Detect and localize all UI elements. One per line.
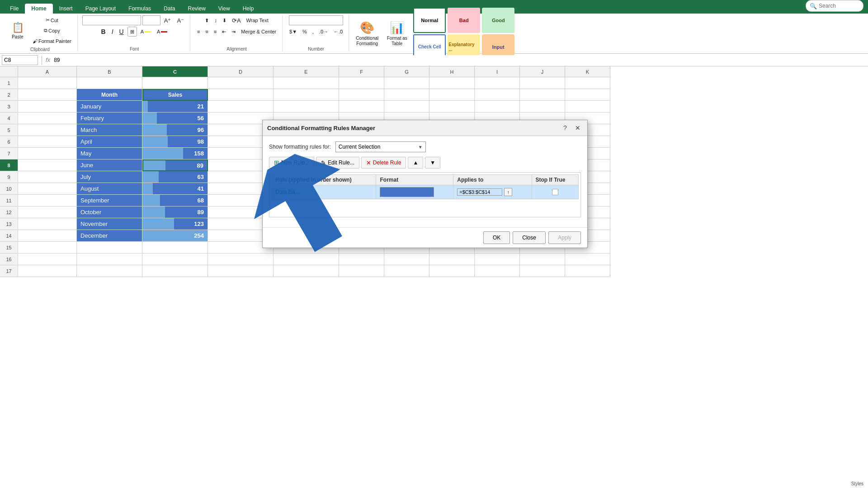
- cell-G16[interactable]: [384, 253, 429, 265]
- cell-c14-sales[interactable]: 254: [142, 230, 208, 242]
- stop-if-true-checkbox[interactable]: [552, 189, 558, 195]
- formula-input[interactable]: [52, 55, 866, 65]
- tab-help[interactable]: Help: [236, 4, 260, 14]
- tab-page-layout[interactable]: Page Layout: [79, 4, 122, 14]
- cell-b14-month[interactable]: December: [77, 230, 142, 242]
- cell-b11-month[interactable]: September: [77, 195, 142, 206]
- col-header-f[interactable]: F: [339, 66, 384, 77]
- font-size-selector[interactable]: 10 ▼: [142, 15, 160, 25]
- cell-D3[interactable]: [208, 101, 274, 113]
- cell-a5[interactable]: [18, 124, 77, 136]
- cell-F17[interactable]: [339, 265, 384, 277]
- cell-a4[interactable]: [18, 113, 77, 124]
- cell-b8-month[interactable]: June: [77, 160, 142, 171]
- cell-a17[interactable]: [18, 265, 77, 277]
- cell-E3[interactable]: [274, 101, 339, 113]
- dialog-help-button[interactable]: ?: [560, 123, 570, 133]
- close-dialog-button[interactable]: Close: [513, 231, 546, 244]
- cell-a9[interactable]: [18, 171, 77, 183]
- cell-K1[interactable]: [565, 77, 610, 89]
- border-button[interactable]: ⊞: [127, 27, 137, 37]
- col-header-k[interactable]: K: [565, 66, 610, 77]
- decrease-font-button[interactable]: A⁻: [175, 15, 186, 25]
- cell-G3[interactable]: [384, 101, 429, 113]
- cell-H17[interactable]: [429, 265, 475, 277]
- cell-J1[interactable]: [520, 77, 565, 89]
- cell-G2[interactable]: [384, 89, 429, 101]
- indent-decrease-button[interactable]: ⇤: [220, 27, 228, 37]
- align-top-button[interactable]: ⬆: [203, 15, 211, 25]
- cell-c4-sales[interactable]: 56: [142, 113, 208, 124]
- cell-G1[interactable]: [384, 77, 429, 89]
- cell-I2[interactable]: [475, 89, 520, 101]
- underline-button[interactable]: U: [117, 27, 126, 37]
- cell-a11[interactable]: [18, 195, 77, 206]
- cell-b13-month[interactable]: November: [77, 218, 142, 230]
- cell-C16[interactable]: [142, 253, 208, 265]
- cell-b12-month[interactable]: October: [77, 206, 142, 218]
- cell-F1[interactable]: [339, 77, 384, 89]
- wrap-text-button[interactable]: Wrap Text: [244, 15, 271, 25]
- cell-a7[interactable]: [18, 148, 77, 160]
- ref-box[interactable]: =$C$3:$C$14: [457, 188, 502, 196]
- apply-button[interactable]: Apply: [548, 231, 581, 244]
- align-middle-button[interactable]: ↕: [212, 15, 219, 25]
- cell-a8[interactable]: [18, 160, 77, 171]
- cell-b4-month[interactable]: February: [77, 113, 142, 124]
- cell-a16[interactable]: [18, 253, 77, 265]
- cell-J3[interactable]: [520, 101, 565, 113]
- cell-H16[interactable]: [429, 253, 475, 265]
- align-bottom-button[interactable]: ⬇: [220, 15, 229, 25]
- col-header-i[interactable]: I: [475, 66, 520, 77]
- tab-view[interactable]: View: [212, 4, 236, 14]
- name-box[interactable]: C8: [2, 55, 38, 65]
- col-header-g[interactable]: G: [384, 66, 429, 77]
- conditional-formatting-button[interactable]: 🎨 Conditional Formatting: [354, 20, 381, 47]
- decrease-decimal-button[interactable]: ←.0: [331, 27, 345, 37]
- cell-H3[interactable]: [429, 101, 475, 113]
- copy-button[interactable]: ⧉ Copy: [30, 26, 74, 36]
- move-up-button[interactable]: ▲: [408, 157, 423, 169]
- cell-C15[interactable]: [142, 242, 208, 253]
- style-bad[interactable]: Bad: [448, 8, 480, 33]
- col-header-c[interactable]: C: [142, 66, 208, 77]
- cell-c10-sales[interactable]: 41: [142, 183, 208, 195]
- cell-a13[interactable]: [18, 218, 77, 230]
- cell-D17[interactable]: [208, 265, 274, 277]
- cell-b3-month[interactable]: January: [77, 101, 142, 113]
- align-center-button[interactable]: ≡: [203, 27, 211, 37]
- style-good[interactable]: Good: [482, 8, 514, 33]
- cell-I3[interactable]: [475, 101, 520, 113]
- tab-file[interactable]: File: [4, 4, 25, 14]
- increase-decimal-button[interactable]: .0→: [317, 27, 330, 37]
- cell-E1[interactable]: [274, 77, 339, 89]
- cell-c2-sales-header[interactable]: Sales: [142, 89, 208, 101]
- cell-c5-sales[interactable]: 96: [142, 124, 208, 136]
- cell-B1[interactable]: [77, 77, 142, 89]
- search-input[interactable]: [819, 3, 859, 9]
- cell-B16[interactable]: [77, 253, 142, 265]
- col-header-e[interactable]: E: [274, 66, 339, 77]
- comma-button[interactable]: ,: [310, 27, 316, 37]
- cell-c8-sales[interactable]: 89: [142, 160, 208, 171]
- fill-color-button[interactable]: A: [138, 27, 153, 37]
- tab-formulas[interactable]: Formulas: [122, 4, 157, 14]
- cell-a14[interactable]: [18, 230, 77, 242]
- font-color-button[interactable]: A: [155, 27, 170, 37]
- cell-F16[interactable]: [339, 253, 384, 265]
- cell-a15[interactable]: [18, 242, 77, 253]
- cell-c12-sales[interactable]: 89: [142, 206, 208, 218]
- cell-c9-sales[interactable]: 63: [142, 171, 208, 183]
- cell-K17[interactable]: [565, 265, 610, 277]
- rule-row-1[interactable]: Data Ba... =$C$3:$C$14 ↑: [272, 185, 579, 199]
- font-name-selector[interactable]: Franklin Gothic Me ▼: [82, 15, 141, 25]
- indent-increase-button[interactable]: ⇥: [229, 27, 238, 37]
- cell-a12[interactable]: [18, 206, 77, 218]
- cell-c13-sales[interactable]: 123: [142, 218, 208, 230]
- col-header-a[interactable]: A: [18, 66, 77, 77]
- cell-a2[interactable]: [18, 89, 77, 101]
- col-header-b[interactable]: B: [77, 66, 142, 77]
- number-format-selector[interactable]: Number ▼: [289, 15, 343, 25]
- edit-rule-button[interactable]: ✎ Edit Rule...: [316, 157, 359, 169]
- cell-E17[interactable]: [274, 265, 339, 277]
